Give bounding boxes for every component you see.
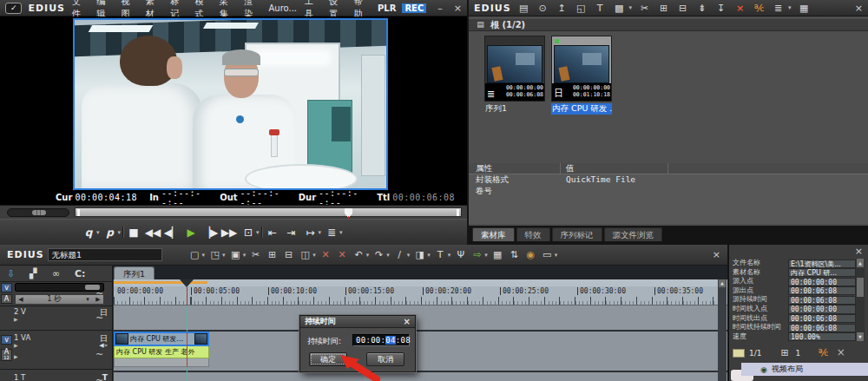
info-row[interactable]: 源出点00:00:06:08 <box>733 286 856 296</box>
info-row[interactable]: 时间线持续时间00:00:06:08 <box>733 323 856 332</box>
shuttle-slider[interactable] <box>7 208 69 217</box>
project-name-field[interactable]: 无标题1 <box>48 248 162 261</box>
track-1t-content[interactable] <box>114 372 727 381</box>
cut-icon[interactable]: ✂ <box>249 247 262 262</box>
insert-overwrite-mode-icon[interactable]: ⇩ <box>7 268 15 279</box>
in-timecode[interactable]: --:--:--:-- <box>161 188 207 206</box>
ab-replace-icon[interactable]: ℀ <box>753 1 766 16</box>
bin-clip-sequence[interactable]: ≣ 00:00:00:00 00:00:06:08 序列1 <box>484 36 545 115</box>
set-in-flag-button[interactable]: q <box>80 223 97 242</box>
info-row[interactable]: 速度100.00% <box>733 332 856 341</box>
capture-icon[interactable]: ◱ <box>575 1 588 16</box>
clip-mixer-strip[interactable] <box>114 358 209 367</box>
chevron-down-icon[interactable]: ▾ <box>386 252 390 259</box>
chevron-down-icon[interactable]: ▾ <box>366 252 370 259</box>
cur-timecode[interactable]: 00:00:04:18 <box>75 193 137 202</box>
timeline-close-button[interactable]: × <box>713 249 720 260</box>
va-audio-patch-button[interactable]: A 12 <box>1 349 12 361</box>
sync-mode-icon[interactable]: C: <box>75 268 85 279</box>
info-row[interactable]: 源入点00:00:00:00 <box>733 277 856 286</box>
duration-input[interactable]: 00:00:04:08 <box>352 334 410 346</box>
chevron-down-icon[interactable]: ▾ <box>448 252 451 259</box>
ripple-delete-icon[interactable]: ✕ <box>319 247 332 262</box>
goto-out-button[interactable]: ⇥ <box>283 223 300 242</box>
info-row[interactable]: 素材名称内存 CPU 研... <box>733 268 856 278</box>
timeline-ruler[interactable]: 00:00:00:00 00:00:05:00 00:00:10:00 00:0… <box>114 279 727 305</box>
expand-handle-icon[interactable]: ~ <box>95 349 103 360</box>
set-out-flag-button[interactable]: p <box>102 223 119 242</box>
chevron-down-icon[interactable]: ▾ <box>222 252 226 259</box>
info-scrollbar[interactable]: ▲ ▼ <box>856 259 865 341</box>
dur-timecode[interactable]: --:--:--:-- <box>319 188 365 206</box>
scale-left-icon[interactable]: ◀ <box>16 296 26 303</box>
effect-item-video-layout[interactable]: ◉ 视频布局 <box>741 363 868 376</box>
chevron-down-icon[interactable]: ▾ <box>96 229 100 236</box>
tab-source-browser[interactable]: 源文件浏览 <box>604 227 663 241</box>
video-frame[interactable] <box>73 18 388 190</box>
chevron-down-icon[interactable]: ▾ <box>312 252 316 259</box>
voice-over-icon[interactable]: Ψ <box>454 247 467 262</box>
timeline-vertical-scrollbar[interactable]: ▲ <box>718 279 727 381</box>
delete-icon[interactable]: × <box>733 1 746 16</box>
clip-label-selected[interactable]: 内存 CPU 研发 ... <box>551 103 612 115</box>
shuttle-thumb[interactable] <box>32 210 46 215</box>
rec-mode-button[interactable]: REC <box>402 3 426 13</box>
chevron-down-icon[interactable]: ▾ <box>339 229 343 236</box>
palette-icon[interactable] <box>733 349 745 358</box>
add-transition-icon[interactable]: ◨ <box>413 247 426 262</box>
paste-icon[interactable]: ⊟ <box>282 247 295 262</box>
chevron-down-icon[interactable]: ▾ <box>82 296 93 303</box>
add-to-timeline-icon[interactable]: ↧ <box>714 1 727 16</box>
bin-clip-video-selected[interactable]: 日 00:00:00:00 00:01:10:18 内存 CPU 研发 ... <box>551 36 612 115</box>
open-project-icon[interactable]: ◳ <box>208 247 221 262</box>
clip-video-part-selected[interactable]: 内存 CPU 研发... <box>114 332 209 346</box>
player-minimize-button[interactable]: – <box>437 3 443 14</box>
redo-icon[interactable]: ↷ <box>372 247 385 262</box>
info-row[interactable]: 文件名称E:\1资料区\美... <box>733 259 856 268</box>
clip-label[interactable]: 序列1 <box>484 103 545 115</box>
chevron-down-icon[interactable]: ▾ <box>118 229 122 236</box>
search-icon[interactable]: ⊙ <box>536 1 549 16</box>
chevron-down-icon[interactable]: ▾ <box>629 4 633 11</box>
view-mode-icon[interactable]: ≣ <box>772 1 785 16</box>
stop-button[interactable]: ■ <box>125 223 142 242</box>
info-row[interactable]: 时间线出点00:00:06:08 <box>733 314 856 324</box>
loop-mode-icon[interactable]: ∞ <box>52 268 60 279</box>
cut-icon[interactable]: ✂ <box>638 1 651 16</box>
bin-close-button[interactable]: × <box>855 3 863 14</box>
paste-icon[interactable]: ⊟ <box>676 1 689 16</box>
timeline-zoom-slider[interactable] <box>15 283 104 292</box>
column-divider[interactable] <box>667 163 667 174</box>
tab-effects[interactable]: 特效 <box>516 227 550 241</box>
expand-handle-icon[interactable]: ~ <box>95 288 103 299</box>
column-divider[interactable] <box>559 163 560 174</box>
rewind-button[interactable]: ◀◀ <box>144 223 161 242</box>
va-video-patch-button[interactable]: v <box>1 335 12 345</box>
title-clip-icon[interactable]: T <box>594 1 607 16</box>
track-2v-content[interactable] <box>114 305 727 330</box>
property-row[interactable]: 封装格式 QuickTime File <box>469 174 868 186</box>
info-row[interactable]: 源持续时间00:00:06:08 <box>733 295 856 305</box>
dialog-titlebar[interactable]: 持续时间 × <box>300 316 415 328</box>
track-expand-icon[interactable]: ▶ <box>14 316 90 322</box>
tab-sequence-1[interactable]: 序列1 <box>114 266 155 279</box>
goto-in-button[interactable]: ⇤ <box>264 223 281 242</box>
scroll-thumb[interactable] <box>857 278 864 297</box>
ab-clips-icon[interactable]: ℀ <box>817 345 830 360</box>
play-in-out-button[interactable]: ↦ <box>302 223 319 242</box>
position-bar[interactable] <box>75 207 462 217</box>
chevron-down-icon[interactable]: ▾ <box>407 252 411 259</box>
scroll-up-icon[interactable]: ▲ <box>719 279 726 287</box>
info-close-button[interactable]: × <box>855 246 863 257</box>
scroll-up-icon[interactable]: ▲ <box>857 259 864 267</box>
next-frame-button[interactable]: ▕▶ <box>201 223 219 242</box>
player-close-button[interactable]: × <box>454 3 462 14</box>
copy-icon[interactable]: ⊞ <box>657 1 670 16</box>
add-cut-point-icon[interactable]: ∕ <box>393 247 406 262</box>
track-expand-icon[interactable]: ▶ <box>14 353 90 359</box>
chevron-down-icon[interactable]: ▾ <box>788 4 792 11</box>
info-row[interactable]: 时间线入点00:00:00:00 <box>733 305 856 314</box>
toolbox-icon[interactable]: ▦ <box>798 1 811 16</box>
chevron-down-icon[interactable]: ▾ <box>202 252 206 259</box>
send-to-player-icon[interactable]: ⇟ <box>695 1 708 16</box>
